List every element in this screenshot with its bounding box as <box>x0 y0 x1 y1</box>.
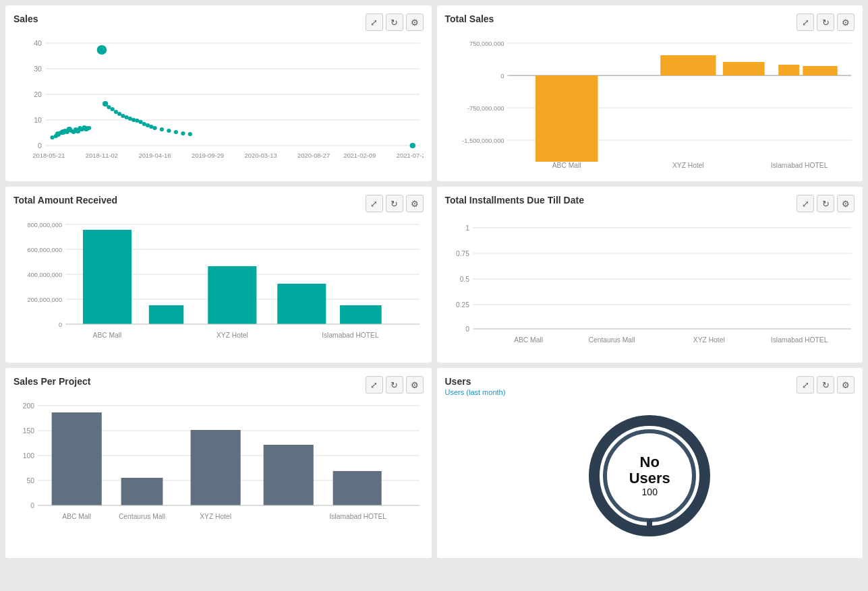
total-installments-header: Total Installments Due Till Date ⤢ ↻ ⚙ <box>445 195 855 212</box>
total-installments-refresh-button[interactable]: ↻ <box>817 195 834 212</box>
total-amount-chart: 800,000,000 600,000,000 400,000,000 200,… <box>13 218 424 354</box>
svg-point-38 <box>110 107 114 111</box>
users-settings-button[interactable]: ⚙ <box>837 376 855 394</box>
sales-per-project-refresh-button[interactable]: ↻ <box>386 376 403 394</box>
svg-text:0.5: 0.5 <box>459 276 469 283</box>
total-amount-actions: ⤢ ↻ ⚙ <box>366 195 424 212</box>
users-count-text: 100 <box>619 487 680 497</box>
sales-scatter-svg: 40 30 20 10 0 2018-05-21 2018-11-02 2019… <box>13 36 424 171</box>
sales-title: Sales <box>13 13 38 24</box>
svg-text:0: 0 <box>465 325 469 333</box>
svg-point-53 <box>174 130 178 134</box>
svg-text:XYZ Hotel: XYZ Hotel <box>693 336 724 344</box>
svg-text:ABC Mall: ABC Mall <box>514 336 543 344</box>
svg-text:0: 0 <box>38 142 42 150</box>
total-amount-svg: 800,000,000 600,000,000 400,000,000 200,… <box>13 218 424 352</box>
users-donut-text: No Users 100 <box>619 454 680 497</box>
svg-point-36 <box>103 101 108 106</box>
svg-text:600,000,000: 600,000,000 <box>28 247 62 253</box>
total-sales-settings-button[interactable]: ⚙ <box>837 13 855 31</box>
total-installments-actions: ⤢ ↻ ⚙ <box>797 195 855 212</box>
users-donut-container: No Users 100 <box>445 402 855 550</box>
total-sales-svg: 750,000,000 0 -750,000,000 -1,500,000,00… <box>445 36 855 171</box>
sales-per-project-widget: Sales Per Project ⤢ ↻ ⚙ 200 150 100 50 0 <box>5 368 432 558</box>
svg-rect-66 <box>535 75 598 162</box>
svg-text:-1,500,000,000: -1,500,000,000 <box>462 137 504 144</box>
sales-per-project-settings-button[interactable]: ⚙ <box>406 376 424 394</box>
svg-text:ABC Mall: ABC Mall <box>62 513 91 520</box>
svg-text:800,000,000: 800,000,000 <box>28 222 62 228</box>
total-installments-svg: 1 0.75 0.5 0.25 0 ABC Mall Centaurus Mal… <box>445 218 855 352</box>
svg-text:2021-07-25: 2021-07-25 <box>397 152 424 159</box>
total-installments-chart: 1 0.75 0.5 0.25 0 ABC Mall Centaurus Mal… <box>445 218 855 354</box>
svg-text:XYZ Hotel: XYZ Hotel <box>216 332 248 339</box>
users-no-users-text: No Users <box>619 454 680 487</box>
svg-text:ABC Mall: ABC Mall <box>552 162 581 169</box>
svg-point-55 <box>188 132 192 136</box>
users-header: Users Users (last month) ⤢ ↻ ⚙ <box>445 376 855 396</box>
svg-rect-88 <box>340 305 382 324</box>
sales-per-project-title: Sales Per Project <box>13 376 90 387</box>
total-sales-header: Total Sales ⤢ ↻ ⚙ <box>445 13 855 31</box>
svg-rect-84 <box>83 230 132 324</box>
sales-per-project-actions: ⤢ ↻ ⚙ <box>366 376 424 394</box>
svg-text:2021-02-09: 2021-02-09 <box>343 152 376 159</box>
total-installments-expand-button[interactable]: ⤢ <box>797 195 814 212</box>
svg-text:Centaurus Mall: Centaurus Mall <box>119 513 165 520</box>
sales-actions: ⤢ ↻ ⚙ <box>366 13 424 31</box>
svg-rect-69 <box>778 65 799 75</box>
svg-text:1: 1 <box>465 224 469 232</box>
svg-text:0: 0 <box>59 321 62 328</box>
svg-text:0: 0 <box>500 73 504 80</box>
sales-refresh-button[interactable]: ↻ <box>386 13 403 31</box>
svg-text:ABC Mall: ABC Mall <box>93 332 122 339</box>
users-widget: Users Users (last month) ⤢ ↻ ⚙ <box>437 368 863 558</box>
svg-text:200,000,000: 200,000,000 <box>28 297 62 303</box>
svg-rect-87 <box>277 284 326 324</box>
sales-per-project-expand-button[interactable]: ⤢ <box>366 376 383 394</box>
svg-point-50 <box>152 126 156 130</box>
svg-text:2020-08-27: 2020-08-27 <box>297 152 330 159</box>
svg-text:0.75: 0.75 <box>456 250 469 257</box>
total-sales-actions: ⤢ ↻ ⚙ <box>797 13 855 31</box>
total-amount-expand-button[interactable]: ⤢ <box>366 195 383 212</box>
svg-rect-121 <box>264 445 314 505</box>
svg-rect-68 <box>722 62 764 75</box>
total-installments-settings-button[interactable]: ⚙ <box>837 195 855 212</box>
svg-text:30: 30 <box>34 65 42 73</box>
svg-point-54 <box>181 131 185 135</box>
svg-text:400,000,000: 400,000,000 <box>28 272 62 278</box>
total-sales-refresh-button[interactable]: ↻ <box>817 13 834 31</box>
svg-point-51 <box>160 127 164 131</box>
sales-widget: Sales ⤢ ↻ ⚙ 40 30 20 10 0 <box>5 5 432 181</box>
svg-point-34 <box>87 126 91 130</box>
sales-settings-button[interactable]: ⚙ <box>406 13 424 31</box>
svg-point-40 <box>117 112 121 116</box>
total-amount-refresh-button[interactable]: ↻ <box>386 195 403 212</box>
svg-text:50: 50 <box>26 477 34 485</box>
svg-text:150: 150 <box>23 427 35 435</box>
users-title: Users <box>445 376 506 387</box>
sales-per-project-header: Sales Per Project ⤢ ↻ ⚙ <box>13 376 424 394</box>
svg-text:XYZ Hotel: XYZ Hotel <box>672 162 703 169</box>
svg-point-52 <box>167 129 171 133</box>
total-amount-header: Total Amount Received ⤢ ↻ ⚙ <box>13 195 424 212</box>
svg-text:Islamabad HOTEL: Islamabad HOTEL <box>322 332 379 339</box>
svg-text:200: 200 <box>23 402 35 410</box>
total-amount-settings-button[interactable]: ⚙ <box>406 195 424 212</box>
sales-expand-button[interactable]: ⤢ <box>366 13 383 31</box>
svg-point-44 <box>132 118 136 122</box>
svg-point-37 <box>107 105 111 109</box>
users-expand-button[interactable]: ⤢ <box>797 376 814 394</box>
svg-text:2019-04-16: 2019-04-16 <box>138 152 171 159</box>
svg-text:XYZ Hotel: XYZ Hotel <box>200 513 231 520</box>
users-donut-wrapper: No Users 100 <box>589 415 710 536</box>
total-sales-title: Total Sales <box>445 13 494 24</box>
dashboard: Sales ⤢ ↻ ⚙ 40 30 20 10 0 <box>0 0 868 563</box>
users-refresh-button[interactable]: ↻ <box>817 376 834 394</box>
svg-point-39 <box>114 110 118 114</box>
users-title-area: Users Users (last month) <box>445 376 506 396</box>
total-sales-expand-button[interactable]: ⤢ <box>797 13 814 31</box>
svg-text:Centaurus Mall: Centaurus Mall <box>588 336 635 344</box>
total-amount-widget: Total Amount Received ⤢ ↻ ⚙ 800,000,000 … <box>5 187 432 363</box>
